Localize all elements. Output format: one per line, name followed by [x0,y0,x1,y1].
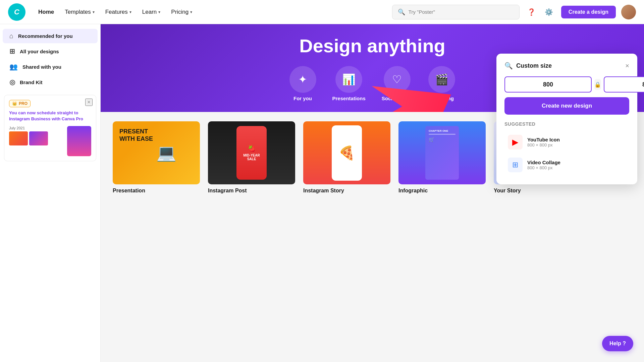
video-collage-name: Video Collage [527,160,626,165]
panel-header: 🔍 Custom size × [504,62,629,70]
pro-card-text: You can now schedule straight to Instagr… [9,110,91,122]
design-icon-presentations[interactable]: 📊 Presentations [324,66,374,101]
marketing-label: Marketing [430,96,454,101]
sidebar-item-shared[interactable]: 👥 Shared with you [3,59,98,74]
youtube-icon: ▶ [508,135,523,149]
presentations-icon-circle: 📊 [335,66,362,93]
for-you-label: For you [293,96,312,101]
template-card-presentation[interactable]: PRESENTWITH EASE 💻 Presentation [113,121,200,194]
youtube-dims: 800 × 800 px [527,142,626,147]
nav-features[interactable]: Features ▾ [101,6,136,18]
design-icon-for-you[interactable]: ✦ For you [281,66,324,101]
sale-icon: 🍓 [248,145,255,152]
chapter-text: CHAPTER ONE [429,129,455,132]
help-icon-btn[interactable]: ❓ [525,5,538,19]
size-inputs-row: 🔒 px ▾ [504,76,629,93]
suggested-label: Suggested [504,121,629,127]
search-bar: 🔍 [392,5,520,19]
nav-home[interactable]: Home [34,6,59,18]
panel-title: Custom size [516,62,622,69]
search-icon: 🔍 [398,8,405,16]
brand-kit-icon: ◎ [9,78,15,86]
height-input[interactable] [604,76,644,93]
nav-pricing[interactable]: Pricing ▾ [166,6,197,18]
preview-row [9,131,64,145]
pricing-chevron-icon: ▾ [190,10,192,14]
cart-icon: 🛒 [429,137,434,142]
pro-card: × 👑 PRO You can now schedule straight to… [4,95,96,161]
divider [429,134,455,135]
shared-icon: 👥 [9,63,18,71]
create-design-button[interactable]: Create a design [561,6,616,18]
video-collage-grid-icon: ⊞ [512,161,518,169]
template-card-infographic[interactable]: CHAPTER ONE 🛒 Infographic [398,121,486,194]
sidebar-item-brand-kit[interactable]: ◎ Brand Kit [3,75,98,89]
presentation-thumb: PRESENTWITH EASE 💻 [113,121,200,184]
instagram-post-thumb: 🍓 MID-YEARSALE [208,121,295,184]
suggested-item-youtube[interactable]: ▶ YouTube Icon 800 × 800 px [504,131,629,154]
sale-text: MID-YEARSALE [243,154,260,161]
preview-thumb-a [9,131,28,145]
present-label: PRESENTWITH EASE [119,128,153,142]
preview-thumb-b [29,131,48,145]
canva-logo[interactable]: C [8,3,25,21]
template-card-instagram-story[interactable]: 🍕 Instagram Story [303,121,390,194]
preview-month: July 2021 [9,126,64,130]
youtube-name: YouTube Icon [527,137,626,142]
story-phone-mockup: 🍕 [332,125,362,181]
lock-icon: 🔒 [594,79,601,90]
template-name-your-story: Your Story [494,188,581,194]
features-chevron-icon: ▾ [129,10,131,14]
preview-thumb-right [67,126,91,156]
template-name-infographic: Infographic [398,188,486,194]
design-icon-social-media[interactable]: ♡ Social media [374,66,421,101]
width-input[interactable] [504,76,592,93]
instagram-phone-mockup: 🍓 MID-YEARSALE [236,126,267,180]
panel-close-button[interactable]: × [625,62,629,70]
nav-learn[interactable]: Learn ▾ [138,6,165,18]
pro-card-close-button[interactable]: × [85,99,93,106]
header-icons: ❓ ⚙️ [525,5,556,19]
sidebar-item-all-designs[interactable]: ⊞ All your designs [3,44,98,59]
social-media-icon-circle: ♡ [384,66,411,93]
instagram-story-thumb: 🍕 [303,121,390,184]
avatar[interactable] [621,5,636,19]
nav-templates[interactable]: Templates ▾ [60,6,99,18]
template-name-presentation: Presentation [113,188,200,194]
youtube-play-icon: ▶ [512,137,518,147]
sidebar-item-recommended[interactable]: ⌂ Recommended for you [3,29,98,43]
template-card-instagram-post[interactable]: 🍓 MID-YEARSALE Instagram Post [208,121,295,194]
pro-badge: 👑 PRO [9,100,31,107]
pro-preview-left: July 2021 [9,126,64,156]
for-you-icon-circle: ✦ [289,66,316,93]
crown-icon: 👑 [12,101,17,106]
suggested-item-video-collage[interactable]: ⊞ Video Collage 800 × 800 px [504,154,629,176]
infographic-book: CHAPTER ONE 🛒 [425,126,459,180]
search-input[interactable] [409,9,514,15]
infographic-thumb: CHAPTER ONE 🛒 [398,121,486,184]
design-icon-marketing[interactable]: 🎬 Marketing [420,66,463,101]
header: C Home Templates ▾ Features ▾ Learn ▾ Pr… [0,0,644,24]
home-icon: ⌂ [9,32,13,40]
logo-text: C [14,8,19,16]
help-button[interactable]: Help ? [602,336,633,351]
settings-icon-btn[interactable]: ⚙️ [542,5,556,19]
social-media-label: Social media [382,96,413,101]
video-collage-dims: 800 × 800 px [527,165,626,170]
marketing-icon-circle: 🎬 [428,66,455,93]
youtube-info: YouTube Icon 800 × 800 px [527,137,626,147]
laptop-decoration: 💻 [156,143,176,162]
grid-icon: ⊞ [9,47,15,55]
cart-row: 🛒 [429,137,455,142]
template-name-instagram-post: Instagram Post [208,188,295,194]
video-collage-info: Video Collage 800 × 800 px [527,160,626,170]
panel-search-icon: 🔍 [504,62,513,70]
avatar-image [621,5,636,19]
pro-card-preview: July 2021 [9,126,91,156]
presentations-label: Presentations [332,96,366,101]
learn-chevron-icon: ▾ [158,10,160,14]
template-name-instagram-story: Instagram Story [303,188,390,194]
create-new-design-button[interactable]: Create new design [504,97,629,115]
sidebar: ⌂ Recommended for you ⊞ All your designs… [0,24,101,362]
custom-size-panel: 🔍 Custom size × 🔒 px ▾ Create new design… [496,54,637,184]
